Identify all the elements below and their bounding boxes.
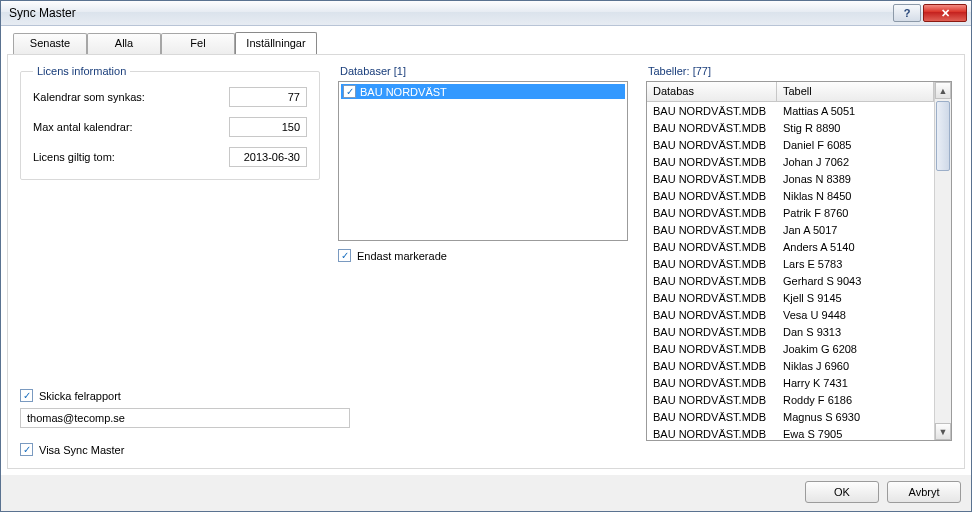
tables-grid: Databas Tabell BAU NORDVÄST.MDBMattias A… xyxy=(646,81,952,441)
cell-tbl: Mattias A 5051 xyxy=(777,105,934,117)
show-sync-master-row[interactable]: ✓ Visa Sync Master xyxy=(20,443,124,456)
table-row[interactable]: BAU NORDVÄST.MDBDaniel F 6085 xyxy=(647,136,934,153)
cell-db: BAU NORDVÄST.MDB xyxy=(647,190,777,202)
tables-label: Tabeller: [77] xyxy=(646,65,952,77)
cell-tbl: Stig R 8890 xyxy=(777,122,934,134)
cell-tbl: Niklas J 6960 xyxy=(777,360,934,372)
cell-db: BAU NORDVÄST.MDB xyxy=(647,343,777,355)
table-row[interactable]: BAU NORDVÄST.MDBRoddy F 6186 xyxy=(647,391,934,408)
databases-list[interactable]: ✓ BAU NORDVÄST xyxy=(338,81,628,241)
app-window: Sync Master ? ✕ Senaste Alla Fel Inställ… xyxy=(0,0,972,512)
button-label: Avbryt xyxy=(909,486,940,498)
grid-header: Databas Tabell xyxy=(647,82,934,102)
table-row[interactable]: BAU NORDVÄST.MDBEwa S 7905 xyxy=(647,425,934,440)
dialog-button-bar: OK Avbryt xyxy=(1,475,971,511)
error-report-email-input[interactable] xyxy=(20,408,350,428)
cell-db: BAU NORDVÄST.MDB xyxy=(647,394,777,406)
col-header-tbl[interactable]: Tabell xyxy=(777,82,934,101)
scroll-thumb[interactable] xyxy=(936,101,950,171)
cell-tbl: Harry K 7431 xyxy=(777,377,934,389)
cell-db: BAU NORDVÄST.MDB xyxy=(647,428,777,440)
cell-db: BAU NORDVÄST.MDB xyxy=(647,360,777,372)
license-legend: Licens information xyxy=(33,65,130,77)
table-row[interactable]: BAU NORDVÄST.MDBMagnus S 6930 xyxy=(647,408,934,425)
checkbox-icon[interactable]: ✓ xyxy=(20,389,33,402)
list-item-label: BAU NORDVÄST xyxy=(360,86,447,98)
cell-tbl: Jonas N 8389 xyxy=(777,173,934,185)
tab-label: Senaste xyxy=(30,37,70,49)
table-row[interactable]: BAU NORDVÄST.MDBJoakim G 6208 xyxy=(647,340,934,357)
cell-db: BAU NORDVÄST.MDB xyxy=(647,139,777,151)
cell-db: BAU NORDVÄST.MDB xyxy=(647,411,777,423)
cell-tbl: Anders A 5140 xyxy=(777,241,934,253)
tab-panel: Licens information Kalendrar som synkas:… xyxy=(7,54,965,469)
table-row[interactable]: BAU NORDVÄST.MDBLars E 5783 xyxy=(647,255,934,272)
cell-db: BAU NORDVÄST.MDB xyxy=(647,292,777,304)
close-button[interactable]: ✕ xyxy=(923,4,967,22)
table-row[interactable]: BAU NORDVÄST.MDBVesa U 9448 xyxy=(647,306,934,323)
only-marked-row[interactable]: ✓ Endast markerade xyxy=(338,249,628,262)
col-header-db[interactable]: Databas xyxy=(647,82,777,101)
checkbox-icon[interactable]: ✓ xyxy=(343,85,356,98)
license-label: Max antal kalendrar: xyxy=(33,121,229,133)
scroll-up-button[interactable]: ▲ xyxy=(935,82,951,99)
checkbox-icon[interactable]: ✓ xyxy=(338,249,351,262)
tab-fel[interactable]: Fel xyxy=(161,33,235,55)
error-report-row[interactable]: ✓ Skicka felrapport xyxy=(20,389,360,402)
cancel-button[interactable]: Avbryt xyxy=(887,481,961,503)
cell-tbl: Kjell S 9145 xyxy=(777,292,934,304)
cell-db: BAU NORDVÄST.MDB xyxy=(647,207,777,219)
table-row[interactable]: BAU NORDVÄST.MDBPatrik F 8760 xyxy=(647,204,934,221)
license-value: 77 xyxy=(229,87,307,107)
cell-tbl: Johan J 7062 xyxy=(777,156,934,168)
vertical-scrollbar[interactable]: ▲ ▼ xyxy=(934,82,951,440)
cell-db: BAU NORDVÄST.MDB xyxy=(647,309,777,321)
license-label: Licens giltig tom: xyxy=(33,151,229,163)
tab-senaste[interactable]: Senaste xyxy=(13,33,87,55)
table-row[interactable]: BAU NORDVÄST.MDBNiklas N 8450 xyxy=(647,187,934,204)
cell-db: BAU NORDVÄST.MDB xyxy=(647,377,777,389)
cell-tbl: Dan S 9313 xyxy=(777,326,934,338)
license-row: Kalendrar som synkas: 77 xyxy=(33,87,307,107)
table-row[interactable]: BAU NORDVÄST.MDBJonas N 8389 xyxy=(647,170,934,187)
dialog-body: Senaste Alla Fel Inställningar Licens in… xyxy=(1,26,971,475)
list-item[interactable]: ✓ BAU NORDVÄST xyxy=(341,84,625,99)
table-row[interactable]: BAU NORDVÄST.MDBMattias A 5051 xyxy=(647,102,934,119)
databases-label: Databaser [1] xyxy=(338,65,628,77)
table-row[interactable]: BAU NORDVÄST.MDBHarry K 7431 xyxy=(647,374,934,391)
checkbox-icon[interactable]: ✓ xyxy=(20,443,33,456)
help-button[interactable]: ? xyxy=(893,4,921,22)
table-row[interactable]: BAU NORDVÄST.MDBStig R 8890 xyxy=(647,119,934,136)
tab-label: Fel xyxy=(190,37,205,49)
cell-tbl: Roddy F 6186 xyxy=(777,394,934,406)
cell-tbl: Lars E 5783 xyxy=(777,258,934,270)
license-value: 2013-06-30 xyxy=(229,147,307,167)
cell-tbl: Gerhard S 9043 xyxy=(777,275,934,287)
table-row[interactable]: BAU NORDVÄST.MDBDan S 9313 xyxy=(647,323,934,340)
table-row[interactable]: BAU NORDVÄST.MDBJohan J 7062 xyxy=(647,153,934,170)
scroll-track[interactable] xyxy=(935,99,951,423)
table-row[interactable]: BAU NORDVÄST.MDBKjell S 9145 xyxy=(647,289,934,306)
table-row[interactable]: BAU NORDVÄST.MDBNiklas J 6960 xyxy=(647,357,934,374)
tab-installningar[interactable]: Inställningar xyxy=(235,32,317,54)
license-label: Kalendrar som synkas: xyxy=(33,91,229,103)
grid-body[interactable]: BAU NORDVÄST.MDBMattias A 5051BAU NORDVÄ… xyxy=(647,102,934,440)
cell-tbl: Vesa U 9448 xyxy=(777,309,934,321)
cell-db: BAU NORDVÄST.MDB xyxy=(647,326,777,338)
table-row[interactable]: BAU NORDVÄST.MDBGerhard S 9043 xyxy=(647,272,934,289)
cell-db: BAU NORDVÄST.MDB xyxy=(647,275,777,287)
table-row[interactable]: BAU NORDVÄST.MDBJan A 5017 xyxy=(647,221,934,238)
license-row: Licens giltig tom: 2013-06-30 xyxy=(33,147,307,167)
license-value: 150 xyxy=(229,117,307,137)
cell-db: BAU NORDVÄST.MDB xyxy=(647,258,777,270)
table-row[interactable]: BAU NORDVÄST.MDBAnders A 5140 xyxy=(647,238,934,255)
show-sync-master-label: Visa Sync Master xyxy=(39,444,124,456)
cell-db: BAU NORDVÄST.MDB xyxy=(647,224,777,236)
cell-tbl: Joakim G 6208 xyxy=(777,343,934,355)
tab-bar: Senaste Alla Fel Inställningar xyxy=(7,32,965,54)
tab-alla[interactable]: Alla xyxy=(87,33,161,55)
scroll-down-button[interactable]: ▼ xyxy=(935,423,951,440)
cell-db: BAU NORDVÄST.MDB xyxy=(647,156,777,168)
cell-db: BAU NORDVÄST.MDB xyxy=(647,173,777,185)
ok-button[interactable]: OK xyxy=(805,481,879,503)
